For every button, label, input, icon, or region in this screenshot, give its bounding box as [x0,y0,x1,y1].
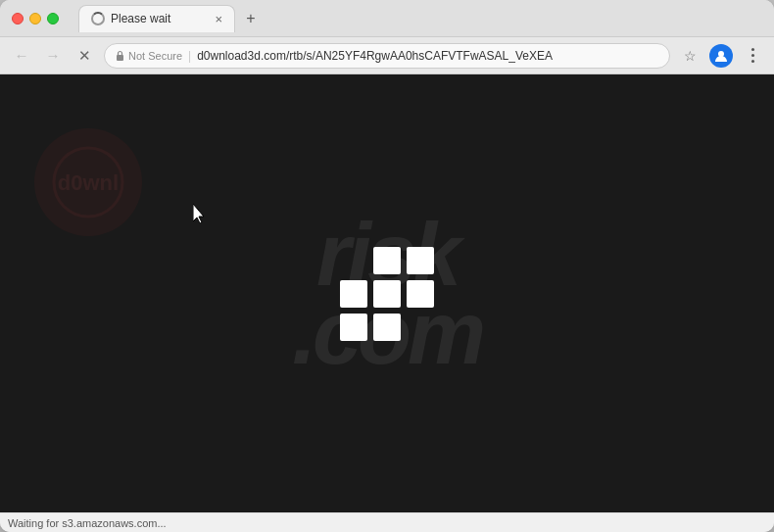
reload-button[interactable]: ✕ [73,44,96,68]
not-secure-indicator: Not Secure [115,50,182,62]
bookmark-button[interactable]: ☆ [678,44,701,68]
page-content: d0wnl risk .com [0,74,774,512]
tab-spinner [91,12,105,25]
address-bar: ← → ✕ Not Secure | d0wnload3d.com/rtb/s/… [0,37,774,74]
title-bar: Please wait × + [0,0,774,37]
profile-button[interactable] [709,44,733,68]
status-bar: Waiting for s3.amazonaws.com... [0,512,774,532]
tab-title: Please wait [111,12,170,25]
grid-cell-2-3 [407,280,434,308]
grid-cell-1-1 [340,247,367,274]
new-tab-button[interactable]: + [239,7,263,30]
back-button[interactable]: ← [10,44,33,68]
mouse-cursor [193,204,209,223]
logo-watermark: d0wnl [29,123,147,241]
active-tab[interactable]: Please wait × [78,5,235,32]
grid-cell-1-3 [407,247,434,274]
grid-cell-2-1 [340,280,367,308]
svg-point-3 [54,148,122,217]
status-text: Waiting for s3.amazonaws.com... [8,517,167,529]
grid-cell-2-2 [373,280,401,308]
tab-close-icon[interactable]: × [215,12,222,26]
url-text: d0wnload3d.com/rtb/s/AN25YF4RgwAA0hsCAFV… [197,49,659,63]
menu-button[interactable] [741,44,764,68]
grid-cell-3-2 [373,314,401,341]
profile-avatar [709,44,733,68]
loading-grid [340,247,434,341]
url-divider: | [188,49,191,63]
address-actions: ☆ [678,44,764,68]
svg-point-2 [34,128,142,236]
browser-window: Please wait × + ← → ✕ Not Secure | d0wnl… [0,0,774,532]
tab-bar: Please wait × + [78,5,762,32]
close-button[interactable] [12,13,24,24]
grid-cell-1-2 [373,247,401,274]
account-icon [714,49,728,63]
forward-button[interactable]: → [41,44,65,68]
svg-rect-0 [117,55,123,61]
grid-cell-3-3 [407,314,434,341]
svg-text:d0wnl: d0wnl [58,170,119,195]
grid-cell-3-1 [340,314,367,341]
url-bar[interactable]: Not Secure | d0wnload3d.com/rtb/s/AN25YF… [104,43,670,69]
lock-icon [115,50,125,62]
traffic-lights [12,13,59,24]
maximize-button[interactable] [47,13,59,24]
minimize-button[interactable] [29,13,41,24]
